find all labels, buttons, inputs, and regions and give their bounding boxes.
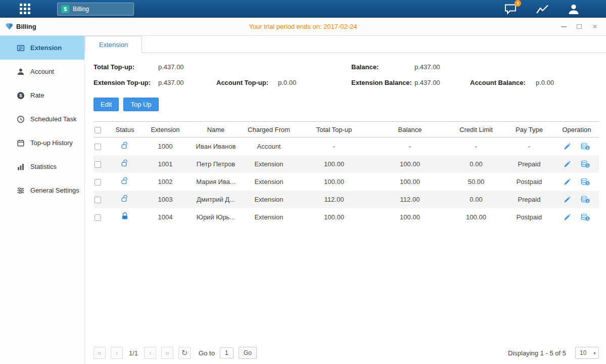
total-topup-value: p.437.00 [158, 63, 216, 71]
col-name: Name [191, 122, 241, 138]
select-all-checkbox[interactable] [95, 127, 101, 133]
tabbar: Extension [85, 36, 606, 53]
extension-icon [17, 44, 25, 52]
row-checkbox[interactable] [95, 161, 101, 168]
col-charged-from: Charged From [241, 122, 297, 138]
go-button[interactable]: Go [239, 347, 257, 359]
unlock-icon[interactable] [121, 195, 128, 202]
table-row[interactable]: 1002 Мария Ива... Extension 100.00 100.0… [94, 173, 599, 191]
billing-gem-icon [6, 23, 13, 30]
trial-notice: Your trial period ends on: 2017-02-24 [249, 23, 357, 30]
close-icon[interactable]: × [591, 23, 599, 31]
topup-icon[interactable]: $ [581, 160, 590, 168]
table-row[interactable]: 1003 Дмитрий Д... Extension 112.00 112.0… [94, 191, 599, 208]
row-checkbox[interactable] [95, 144, 101, 150]
notifications-icon[interactable]: ! [504, 3, 518, 15]
cell-extension: 1002 [140, 173, 191, 191]
cell-credit-limit: 50.00 [448, 173, 504, 191]
top-up-button[interactable]: Top Up [123, 98, 158, 111]
maximize-icon[interactable] [575, 23, 583, 31]
topbar-tab-billing[interactable]: $ Billing [57, 3, 134, 16]
cell-credit-limit: - [448, 138, 504, 155]
user-account-icon[interactable] [568, 4, 580, 15]
unlock-icon[interactable] [121, 159, 128, 167]
svg-text:$: $ [587, 146, 589, 150]
last-page-button[interactable]: » [161, 347, 173, 359]
cell-balance: - [371, 138, 448, 155]
sidebar-item-label: Rate [30, 92, 44, 99]
first-page-button[interactable]: « [94, 347, 106, 359]
unlock-icon[interactable] [121, 177, 128, 185]
goto-label: Go to [199, 349, 215, 357]
sidebar-item-topup-history[interactable]: Top-up History [0, 131, 84, 155]
sidebar-item-scheduled-task[interactable]: Scheduled Task [0, 107, 84, 131]
svg-text:$: $ [587, 181, 589, 185]
cell-balance: 100.00 [371, 155, 448, 173]
content-body: Total Top-up: p.437.00 Balance: p.437.00… [85, 53, 606, 226]
cell-credit-limit: 0.00 [448, 155, 504, 173]
cell-pay-type: Prepaid [504, 191, 554, 208]
account-icon [17, 68, 25, 76]
cell-pay-type: Postpaid [504, 208, 554, 226]
cell-total-topup: - [297, 138, 371, 155]
sidebar-item-label: General Settings [30, 187, 79, 194]
refresh-button[interactable]: ↻ [178, 347, 191, 359]
minimize-icon[interactable] [560, 23, 568, 31]
topup-icon[interactable]: $ [581, 178, 590, 186]
main-area: Extension Account $ Rate Scheduled Task [0, 36, 606, 364]
edit-icon[interactable] [564, 196, 571, 203]
topup-icon[interactable]: $ [581, 196, 590, 203]
app-grid-icon[interactable] [19, 3, 31, 15]
page-size-select[interactable]: 10 ▾ [575, 347, 599, 359]
caret-down-icon: ▾ [593, 350, 596, 356]
prev-page-button[interactable]: ‹ [111, 347, 123, 359]
extension-topup-label: Extension Top-up: [94, 79, 158, 86]
unlock-icon[interactable] [121, 142, 128, 149]
edit-button[interactable]: Edit [94, 98, 119, 111]
sidebar-item-account[interactable]: Account [0, 60, 84, 83]
scheduled-task-icon [17, 115, 25, 123]
sidebar-item-general-settings[interactable]: General Settings [0, 178, 84, 202]
table-row[interactable]: 1004 Юрий Юрь... Extension 100.00 100.00… [94, 208, 599, 226]
topup-icon[interactable]: $ [581, 143, 590, 150]
balance-label: Balance: [351, 63, 414, 71]
cell-extension: 1004 [140, 208, 191, 226]
col-pay-type: Pay Type [504, 122, 554, 138]
topup-icon[interactable]: $ [581, 213, 590, 221]
cell-extension: 1003 [140, 191, 191, 208]
tab-extension[interactable]: Extension [85, 36, 142, 53]
edit-icon[interactable] [564, 160, 571, 168]
edit-icon[interactable] [564, 143, 571, 150]
cell-total-topup: 100.00 [297, 173, 371, 191]
edit-icon[interactable] [564, 178, 571, 186]
row-checkbox[interactable] [95, 179, 101, 186]
cell-balance: 100.00 [371, 173, 448, 191]
page-indicator: 1/1 [129, 349, 138, 357]
summary-row-1: Total Top-up: p.437.00 Balance: p.437.00 [94, 59, 599, 75]
table-row[interactable]: 1001 Петр Петров Extension 100.00 100.00… [94, 155, 599, 173]
sidebar-item-statistics[interactable]: Statistics [0, 155, 84, 178]
sidebar-item-label: Statistics [30, 163, 57, 170]
window-controls: × [560, 23, 599, 31]
row-checkbox[interactable] [95, 214, 101, 221]
sidebar-item-label: Account [30, 68, 54, 75]
row-checkbox[interactable] [95, 197, 101, 203]
sidebar-item-extension[interactable]: Extension [0, 36, 84, 60]
action-buttons: Edit Top Up [94, 98, 599, 111]
extension-topup-value: p.437.00 [158, 79, 216, 86]
resource-monitor-icon[interactable] [536, 4, 549, 15]
tab-label: Extension [99, 41, 128, 49]
lock-icon[interactable] [121, 212, 128, 220]
goto-page-input[interactable] [220, 347, 234, 358]
general-settings-icon [17, 187, 25, 195]
table-row[interactable]: 1000 Иван Иванов Account - - - - $ [94, 138, 599, 155]
cell-name: Петр Петров [191, 155, 241, 173]
cell-extension: 1001 [140, 155, 191, 173]
sidebar-item-rate[interactable]: $ Rate [0, 83, 84, 107]
edit-icon[interactable] [564, 213, 571, 221]
cell-name: Мария Ива... [191, 173, 241, 191]
cell-charged-from: Extension [241, 155, 297, 173]
next-page-button[interactable]: › [144, 347, 156, 359]
balance-value: p.437.00 [414, 63, 470, 71]
page-size-value: 10 [580, 349, 586, 356]
